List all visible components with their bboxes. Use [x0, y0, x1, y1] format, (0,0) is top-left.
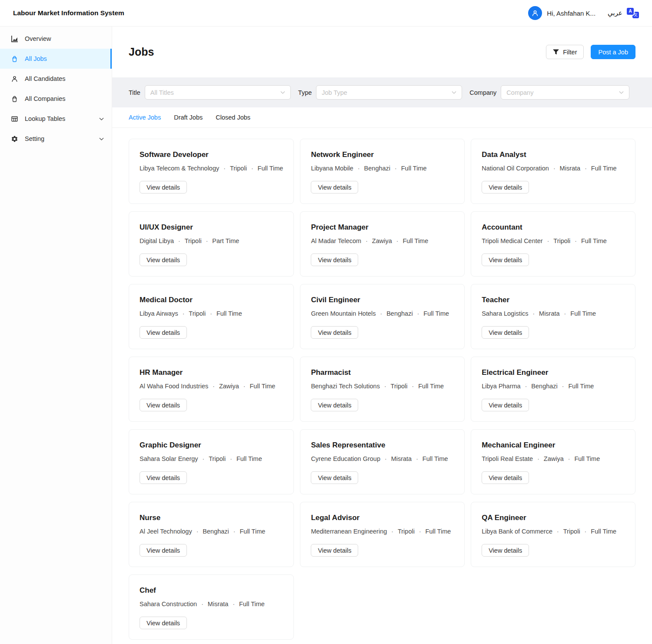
job-title: UI/UX Designer [140, 223, 283, 232]
dot-separator: · [395, 165, 397, 172]
title-filter-label: Title [129, 89, 140, 96]
title-filter-select[interactable]: All Titles [145, 85, 291, 100]
sidebar-item-label: Lookup Tables [25, 115, 65, 122]
chevron-down-icon [452, 91, 456, 94]
chevron-down-icon [99, 135, 104, 142]
view-details-button[interactable]: View details [140, 471, 187, 484]
job-title: QA Engineer [482, 514, 625, 522]
job-company: Libya Pharma [482, 383, 520, 390]
job-title: Network Engineer [311, 150, 454, 159]
view-details-button[interactable]: View details [311, 471, 358, 484]
job-meta: Libya Pharma · Benghazi · Full Time [482, 383, 625, 390]
filter-button[interactable]: Filter [546, 45, 584, 59]
job-company: Cyrene Education Group [311, 455, 380, 462]
funnel-icon [553, 49, 559, 55]
view-details-button[interactable]: View details [140, 399, 187, 411]
dot-separator: · [575, 237, 577, 244]
briefcase-icon [11, 55, 18, 63]
job-meta: Tripoli Medical Center · Tripoli · Full … [482, 237, 625, 244]
translate-icon[interactable]: A 文 [627, 7, 639, 19]
sidebar-item-overview[interactable]: Overview [0, 29, 112, 49]
user-avatar[interactable] [528, 6, 542, 20]
job-city: Zawiya [372, 237, 392, 244]
jobs-tabs: Active Jobs Draft Jobs Closed Jobs [112, 107, 652, 128]
job-type: Full Time [250, 383, 276, 390]
sidebar-item-label: Overview [25, 35, 51, 42]
sidebar-item-label: All Jobs [25, 55, 47, 62]
view-details-button[interactable]: View details [140, 544, 187, 557]
view-details-button[interactable]: View details [482, 544, 529, 557]
tab-closed-jobs[interactable]: Closed Jobs [216, 113, 250, 122]
view-details-button[interactable]: View details [311, 181, 358, 194]
user-icon [531, 9, 539, 17]
tab-draft-jobs[interactable]: Draft Jobs [174, 113, 203, 122]
job-title: Nurse [140, 514, 283, 522]
sidebar-item-lookup-tables[interactable]: Lookup Tables [0, 109, 112, 129]
jobs-grid: Software Developer Libya Telecom & Techn… [112, 128, 652, 640]
job-company: Sahara Construction [140, 601, 197, 607]
view-details-button[interactable]: View details [311, 254, 358, 266]
job-title: Legal Advisor [311, 514, 454, 522]
job-title: Pharmacist [311, 368, 454, 377]
sidebar-item-all-jobs[interactable]: All Jobs [0, 49, 112, 69]
dot-separator: · [547, 237, 549, 244]
view-details-button[interactable]: View details [140, 326, 187, 339]
view-details-button[interactable]: View details [140, 617, 187, 629]
job-meta: Green Mountain Hotels · Benghazi · Full … [311, 310, 454, 317]
view-details-button[interactable]: View details [482, 471, 529, 484]
view-details-button[interactable]: View details [482, 399, 529, 411]
dot-separator: · [391, 528, 393, 535]
view-details-button[interactable]: View details [482, 326, 529, 339]
job-company: Green Mountain Hotels [311, 310, 376, 317]
sidebar-item-setting[interactable]: Setting [0, 129, 112, 149]
sidebar-item-all-candidates[interactable]: All Candidates [0, 69, 112, 89]
job-city: Benghazi [531, 383, 557, 390]
post-a-job-button[interactable]: Post a Job [591, 45, 635, 59]
view-details-button[interactable]: View details [140, 254, 187, 266]
job-city: Tripoli [391, 383, 408, 390]
view-details-button[interactable]: View details [482, 254, 529, 266]
job-card: Electrical Engineer Libya Pharma · Bengh… [471, 357, 635, 422]
dot-separator: · [416, 455, 418, 462]
job-company: Sahara Solar Energy [140, 455, 198, 462]
job-type: Full Time [591, 528, 616, 535]
job-city: Zawiya [219, 383, 239, 390]
job-card: UI/UX Designer Digital Libya · Tripoli ·… [129, 211, 294, 277]
job-card: Project Manager Al Madar Telecom · Zawiy… [300, 211, 465, 277]
job-meta: Al Jeel Technology · Benghazi · Full Tim… [140, 528, 283, 535]
sidebar: Overview All Jobs All Candidates [0, 27, 112, 644]
job-title: Mechanical Engineer [482, 441, 625, 450]
dot-separator: · [196, 528, 199, 535]
sidebar-item-all-companies[interactable]: All Companies [0, 89, 112, 109]
user-greeting[interactable]: Hi, Ashfahan K... [547, 10, 595, 17]
job-title: Sales Representative [311, 441, 454, 450]
dot-separator: · [553, 165, 556, 172]
job-city: Misrata [539, 310, 560, 317]
company-filter-select[interactable]: Company [501, 85, 629, 100]
job-city: Misrata [208, 601, 229, 607]
view-details-button[interactable]: View details [140, 181, 187, 194]
dot-separator: · [223, 165, 226, 172]
view-details-button[interactable]: View details [482, 181, 529, 194]
job-type: Full Time [423, 310, 449, 317]
view-details-button[interactable]: View details [311, 326, 358, 339]
job-company: Al Jeel Technology [140, 528, 192, 535]
tab-active-jobs[interactable]: Active Jobs [129, 113, 161, 122]
view-details-button[interactable]: View details [311, 399, 358, 411]
sidebar-item-label: All Companies [25, 95, 66, 102]
job-type: Full Time [236, 455, 262, 462]
job-title: Project Manager [311, 223, 454, 232]
type-filter-select[interactable]: Job Type [316, 85, 462, 100]
job-meta: Al Madar Telecom · Zawiya · Full Time [311, 237, 454, 244]
dot-separator: · [203, 455, 205, 462]
language-label[interactable]: عربي [608, 9, 622, 17]
job-card: Network Engineer Libyana Mobile · Bengha… [300, 139, 465, 204]
page-title: Jobs [129, 46, 154, 58]
dot-separator: · [557, 528, 559, 535]
job-card: Nurse Al Jeel Technology · Benghazi · Fu… [129, 502, 294, 567]
dot-separator: · [183, 310, 185, 317]
job-title: Medical Doctor [140, 296, 283, 304]
job-card: Civil Engineer Green Mountain Hotels · B… [300, 284, 465, 349]
dot-separator: · [585, 528, 587, 535]
view-details-button[interactable]: View details [311, 544, 358, 557]
